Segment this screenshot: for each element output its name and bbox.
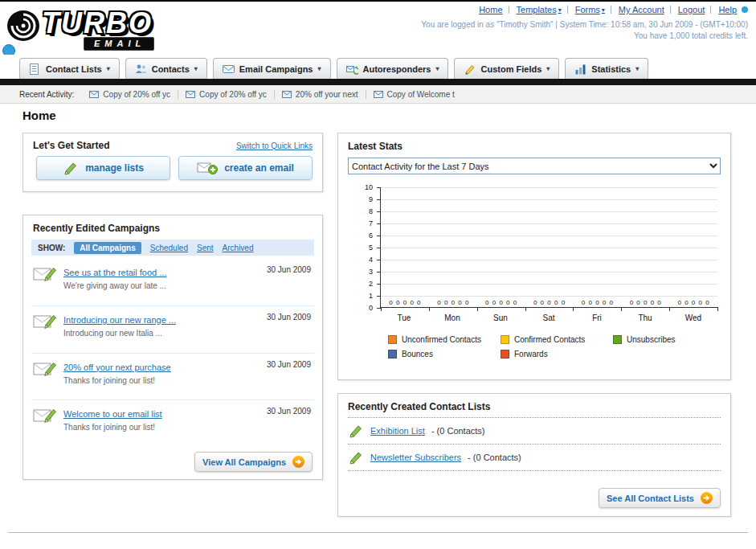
campaign-date: 30 Jun 2009 bbox=[267, 312, 311, 322]
legend-swatch-icon bbox=[613, 335, 622, 344]
nav-tab-contact-lists[interactable]: Contact Lists▾ bbox=[19, 58, 120, 79]
campaign-date: 30 Jun 2009 bbox=[267, 406, 311, 416]
recent-activity-item[interactable]: 20% off your next bbox=[275, 90, 366, 99]
campaigns-list: See us at the retail food ... We're givi… bbox=[31, 259, 314, 447]
contact-lists-icon bbox=[29, 64, 41, 75]
contact-list-row[interactable]: Newsletter Subscribers - (0 Contacts) bbox=[338, 445, 730, 470]
y-axis-label: 0 bbox=[348, 304, 378, 312]
header-right: Home Templates▾ Forms▾ My Account Logout… bbox=[421, 5, 748, 40]
y-axis-label: 8 bbox=[348, 207, 378, 215]
recent-contact-lists-panel: Recently Created Contact Lists Exhibitio… bbox=[337, 393, 731, 517]
tab-sent[interactable]: Sent bbox=[197, 244, 214, 252]
chart-x-labels: TueMonSunSatFriThuWed bbox=[380, 309, 717, 322]
chart-value-labels: 0 0 0 0 0 bbox=[669, 299, 717, 306]
email-campaigns-icon bbox=[223, 64, 235, 75]
tab-all-campaigns[interactable]: All Campaigns bbox=[74, 242, 141, 254]
x-axis-label: Sat bbox=[525, 309, 573, 322]
top-link-help[interactable]: Help bbox=[705, 5, 737, 14]
envelope-icon bbox=[374, 91, 383, 98]
divider bbox=[348, 470, 721, 471]
credits-info: You have 1,000 total credits left. bbox=[421, 31, 748, 40]
contact-list-row[interactable]: Exhibition List - (0 Contacts) bbox=[338, 418, 730, 444]
legend-swatch-icon bbox=[388, 350, 397, 358]
campaign-subtitle: Thanks for joining our list! bbox=[63, 376, 260, 385]
contact-list-count: - (0 Contacts) bbox=[431, 426, 485, 436]
top-link-logout[interactable]: Logout bbox=[664, 5, 705, 14]
campaign-row[interactable]: 20% off your next purchase Thanks for jo… bbox=[31, 354, 314, 401]
y-tick-mark bbox=[377, 248, 381, 248]
tab-archived[interactable]: Archived bbox=[223, 244, 254, 252]
chart-gridline bbox=[381, 248, 717, 248]
latest-stats-panel: Latest Stats Contact Activity for the La… bbox=[337, 133, 731, 380]
campaign-envelope-pencil-icon bbox=[33, 406, 57, 425]
recent-activity-item[interactable]: Copy of 20% off yc bbox=[178, 90, 275, 99]
top-link-home[interactable]: Home bbox=[479, 5, 502, 14]
campaign-title[interactable]: 20% off your next purchase bbox=[63, 363, 171, 372]
x-axis-label: Thu bbox=[621, 309, 669, 322]
recent-activity-item[interactable]: Copy of Welcome t bbox=[366, 90, 462, 99]
legend-item: Confirmed Contacts bbox=[501, 335, 613, 344]
top-link-templates[interactable]: Templates▾ bbox=[503, 5, 562, 14]
stats-range-select[interactable]: Contact Activity for the Last 7 Days bbox=[348, 158, 721, 174]
chart-y-labels: 012345678910 bbox=[348, 187, 378, 308]
campaign-title[interactable]: See us at the retail food ... bbox=[63, 268, 166, 277]
campaign-title[interactable]: Welcome to our email list bbox=[63, 409, 162, 419]
main-content: Home Let's Get Started Switch to Quick L… bbox=[0, 104, 756, 549]
y-axis-label: 3 bbox=[348, 268, 378, 276]
nav-tab-statistics[interactable]: Statistics▾ bbox=[565, 58, 648, 79]
page-title: Home bbox=[22, 109, 56, 122]
campaign-row[interactable]: Welcome to our email list Thanks for joi… bbox=[31, 400, 314, 447]
nav-tab-autoresponders[interactable]: Autoresponders▾ bbox=[337, 58, 449, 79]
top-link-forms[interactable]: Forms▾ bbox=[562, 5, 605, 14]
chart-zero-values: 0 0 0 0 00 0 0 0 00 0 0 0 00 0 0 0 00 0 … bbox=[381, 299, 717, 306]
app-window: TURBO EMAIL Home Templates▾ Forms▾ My Ac… bbox=[0, 0, 756, 549]
view-all-campaigns-button[interactable]: View All Campaigns bbox=[194, 452, 313, 472]
campaign-envelope-pencil-icon bbox=[33, 359, 57, 379]
campaign-row[interactable]: Introducing our new range ... Introducin… bbox=[31, 306, 314, 354]
y-tick-mark bbox=[377, 296, 381, 297]
stats-chart: 012345678910 0 0 0 0 00 0 0 0 00 0 0 0 0… bbox=[348, 187, 721, 329]
y-axis-label: 9 bbox=[348, 195, 378, 203]
y-axis-label: 7 bbox=[348, 219, 378, 227]
tab-scheduled[interactable]: Scheduled bbox=[150, 244, 188, 252]
top-link-my-account[interactable]: My Account bbox=[605, 5, 664, 14]
x-tick-mark bbox=[717, 307, 718, 311]
chart-value-labels: 0 0 0 0 0 bbox=[429, 299, 477, 306]
app-logo: TURBO EMAIL bbox=[6, 5, 215, 50]
chart-value-labels: 0 0 0 0 0 bbox=[477, 299, 525, 306]
contact-list-name[interactable]: Exhibition List bbox=[370, 426, 425, 436]
arrow-right-circle-icon bbox=[292, 456, 304, 468]
legend-item: Bounces bbox=[388, 350, 501, 358]
chart-gridline bbox=[381, 260, 717, 260]
switch-quick-links-link[interactable]: Switch to Quick Links bbox=[236, 141, 313, 150]
campaign-row[interactable]: See us at the retail food ... We're givi… bbox=[31, 259, 314, 306]
chart-value-labels: 0 0 0 0 0 bbox=[381, 299, 429, 306]
create-email-button[interactable]: create an email bbox=[178, 156, 313, 180]
legend-item: Unsubscribes bbox=[613, 335, 725, 344]
see-all-contact-lists-button[interactable]: See All Contact Lists bbox=[599, 488, 721, 508]
y-tick-mark bbox=[377, 272, 381, 272]
legend-item: Forwards bbox=[501, 350, 613, 358]
nav-tab-email-campaigns[interactable]: Email Campaigns▾ bbox=[213, 58, 331, 79]
chart-gridline bbox=[381, 296, 717, 297]
recent-activity-item[interactable]: Copy of 20% off yc bbox=[82, 90, 178, 99]
header: TURBO EMAIL Home Templates▾ Forms▾ My Ac… bbox=[0, 2, 756, 55]
get-started-panel: Let's Get Started Switch to Quick Links … bbox=[22, 133, 323, 192]
y-tick-mark bbox=[377, 260, 381, 260]
y-tick-mark bbox=[377, 284, 381, 285]
contact-list-name[interactable]: Newsletter Subscribers bbox=[370, 453, 461, 462]
manage-lists-button[interactable]: manage lists bbox=[36, 156, 170, 180]
y-tick-mark bbox=[377, 211, 381, 212]
x-axis-label: Fri bbox=[573, 309, 621, 322]
chart-gridline bbox=[381, 199, 717, 200]
chart-value-labels: 0 0 0 0 0 bbox=[525, 299, 574, 306]
chevron-down-icon: ▾ bbox=[107, 65, 110, 72]
legend-item: Unconfirmed Contacts bbox=[388, 335, 501, 344]
envelope-icon bbox=[89, 91, 99, 98]
campaign-title[interactable]: Introducing our new range ... bbox=[63, 315, 176, 325]
nav-tab-custom-fields[interactable]: Custom Fields▾ bbox=[454, 58, 559, 79]
chart-gridline bbox=[381, 272, 717, 272]
chevron-down-icon: ▾ bbox=[194, 65, 198, 72]
nav-tab-contacts[interactable]: Contacts▾ bbox=[125, 58, 207, 79]
y-tick-mark bbox=[377, 187, 381, 188]
